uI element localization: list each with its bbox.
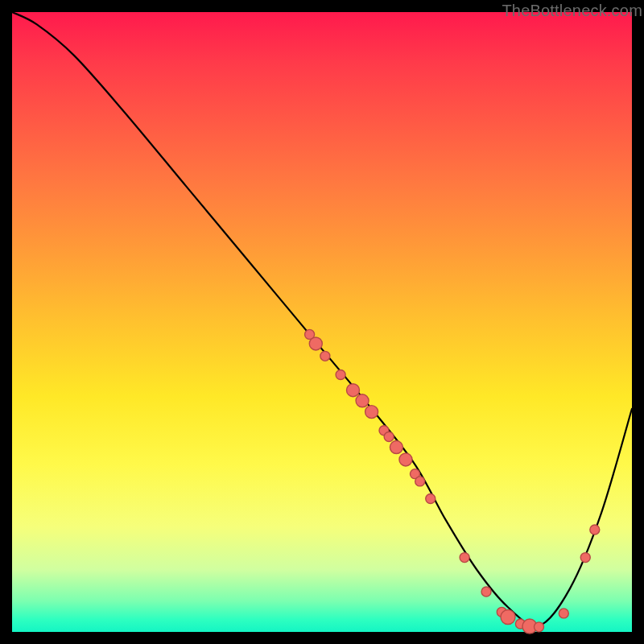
data-point [399, 453, 412, 466]
data-point [347, 384, 360, 397]
data-point [426, 493, 436, 503]
chart-overlay [12, 12, 632, 632]
data-point [481, 587, 491, 597]
data-point [320, 351, 330, 361]
data-point [460, 553, 469, 563]
data-point [590, 525, 600, 535]
bottleneck-curve [12, 12, 632, 626]
data-point [390, 441, 402, 454]
data-point [559, 609, 568, 618]
data-point [535, 622, 544, 632]
data-point [336, 369, 345, 379]
data-point [501, 610, 515, 625]
data-point [309, 337, 322, 350]
data-point [384, 431, 394, 441]
data-point-group [305, 329, 600, 634]
chart-frame: TheBottleneck.com [0, 0, 644, 644]
data-point [365, 406, 378, 419]
data-point [415, 477, 425, 486]
data-point [356, 394, 369, 407]
watermark-label: TheBottleneck.com [502, 2, 642, 20]
data-point [580, 553, 590, 563]
